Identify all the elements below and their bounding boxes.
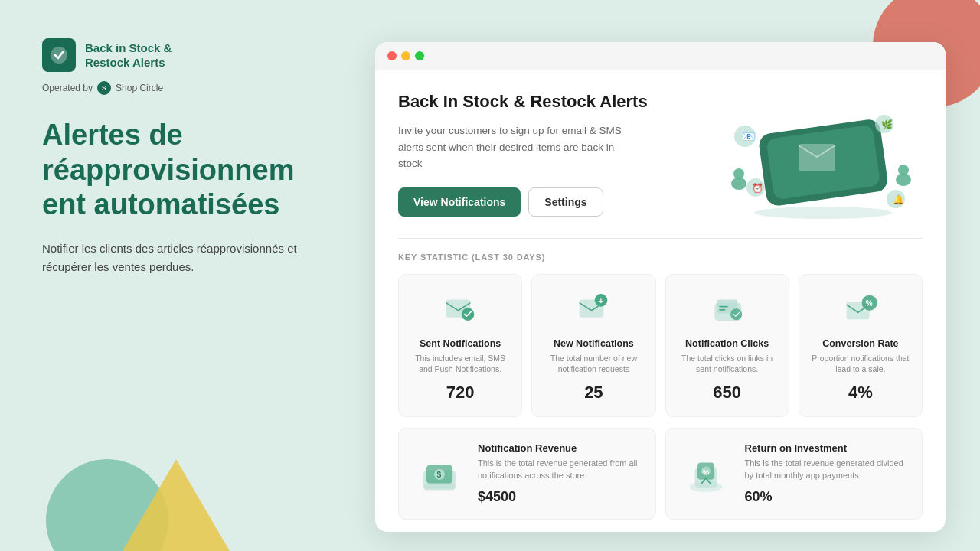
hero-svg: 📧 🌿 ⏰ 🔔 (708, 92, 923, 222)
shop-circle-logo-icon: S (97, 81, 111, 95)
stats-grid: Sent Notifications This includes email, … (398, 274, 923, 417)
stat-value-new: 25 (543, 383, 644, 403)
stat-card-conversion: % Conversion Rate Proportion notificatio… (799, 274, 923, 417)
app-description: Invite your customers to sign up for ema… (398, 122, 628, 172)
settings-button[interactable]: Settings (528, 187, 603, 217)
stat-card-sent-notifications: Sent Notifications This includes email, … (398, 274, 522, 417)
stat-card-revenue: $ Notification Revenue This is the total… (398, 428, 656, 520)
stat-desc-roi: This is the total revenue generated divi… (745, 458, 907, 481)
left-panel: Back in Stock & Restock Alerts Operated … (0, 0, 368, 551)
stat-value-clicks: 650 (677, 383, 778, 403)
main-heading: Alertes de réapprovisionnem ent automati… (42, 118, 329, 223)
stat-name-roi: Return on Investment (745, 442, 907, 454)
stat-name-new: New Notifications (543, 338, 644, 349)
hero-image: 📧 🌿 ⏰ 🔔 (708, 92, 923, 214)
stat-desc-clicks: The total clicks on links in sent notifi… (677, 353, 778, 375)
stat-card-clicks: Notification Clicks The total clicks on … (665, 274, 789, 417)
browser-window: Back In Stock & Restock Alerts Invite yo… (375, 42, 946, 532)
svg-rect-32 (424, 484, 454, 489)
svg-point-12 (731, 178, 746, 190)
stats-label: KEY STATISTIC (LAST 30 DAYS) (398, 253, 923, 262)
svg-text:⏰: ⏰ (752, 182, 763, 194)
stat-name-sent: Sent Notifications (410, 338, 511, 349)
new-notifications-icon: + (543, 289, 644, 331)
brand-header: Back in Stock & Restock Alerts (42, 38, 329, 72)
svg-point-13 (733, 168, 744, 179)
stat-card-roi: % Return on Investment This is the total… (665, 428, 923, 520)
roi-icon: % (681, 449, 731, 499)
svg-rect-3 (799, 144, 835, 171)
svg-text:%: % (866, 299, 873, 308)
browser-dot-yellow (401, 51, 410, 60)
operated-by: Operated by S Shop Circle (42, 81, 329, 95)
svg-point-14 (896, 174, 911, 186)
svg-text:%: % (703, 468, 710, 476)
stat-name-clicks: Notification Clicks (677, 338, 778, 349)
view-notifications-button[interactable]: View Notifications (398, 187, 521, 217)
conversion-rate-icon: % (810, 289, 911, 331)
app-header: Back In Stock & Restock Alerts Invite yo… (398, 92, 923, 217)
app-title: Back In Stock & Restock Alerts (398, 92, 708, 112)
svg-text:+: + (599, 296, 603, 305)
app-header-left: Back In Stock & Restock Alerts Invite yo… (398, 92, 708, 217)
svg-text:🌿: 🌿 (881, 119, 893, 130)
stat-desc-new: The total number of new notification req… (543, 353, 644, 375)
stat-value-sent: 720 (410, 383, 511, 403)
stats-section: KEY STATISTIC (LAST 30 DAYS) Sent Notifi… (398, 238, 923, 520)
notification-clicks-icon (677, 289, 778, 331)
stats-bottom-grid: $ Notification Revenue This is the total… (398, 428, 923, 520)
sent-notifications-icon (410, 289, 511, 331)
browser-dot-red (387, 51, 397, 60)
stat-value-roi: 60% (745, 489, 907, 505)
browser-chrome (375, 42, 946, 70)
browser-content: Back In Stock & Restock Alerts Invite yo… (375, 70, 946, 530)
revenue-icon: $ (414, 449, 464, 499)
stat-name-revenue: Notification Revenue (478, 442, 640, 454)
svg-text:📧: 📧 (742, 130, 756, 143)
main-description: Notifier les clients des articles réappr… (42, 240, 329, 276)
stat-card-new-notifications: + New Notifications The total number of … (531, 274, 655, 417)
stat-desc-conversion: Proportion notifications that lead to a … (810, 353, 911, 375)
stat-desc-sent: This includes email, SMS and Push-Notifi… (410, 353, 511, 375)
svg-point-15 (898, 165, 909, 175)
btn-group: View Notifications Settings (398, 187, 708, 217)
revenue-content: Notification Revenue This is the total r… (478, 442, 640, 505)
svg-text:$: $ (436, 471, 441, 479)
stat-value-conversion: 4% (810, 383, 911, 403)
browser-dot-green (415, 51, 424, 60)
brand-logo-icon (42, 38, 76, 72)
roi-content: Return on Investment This is the total r… (745, 442, 907, 505)
brand-name: Back in Stock & Restock Alerts (85, 41, 172, 70)
svg-point-16 (754, 207, 892, 219)
svg-point-24 (730, 308, 742, 320)
svg-text:🔔: 🔔 (893, 194, 904, 205)
stat-value-revenue: $4500 (478, 489, 640, 505)
stat-name-conversion: Conversion Rate (810, 338, 911, 349)
svg-point-0 (51, 47, 67, 64)
stat-desc-revenue: This is the total revenue generated from… (478, 458, 640, 481)
